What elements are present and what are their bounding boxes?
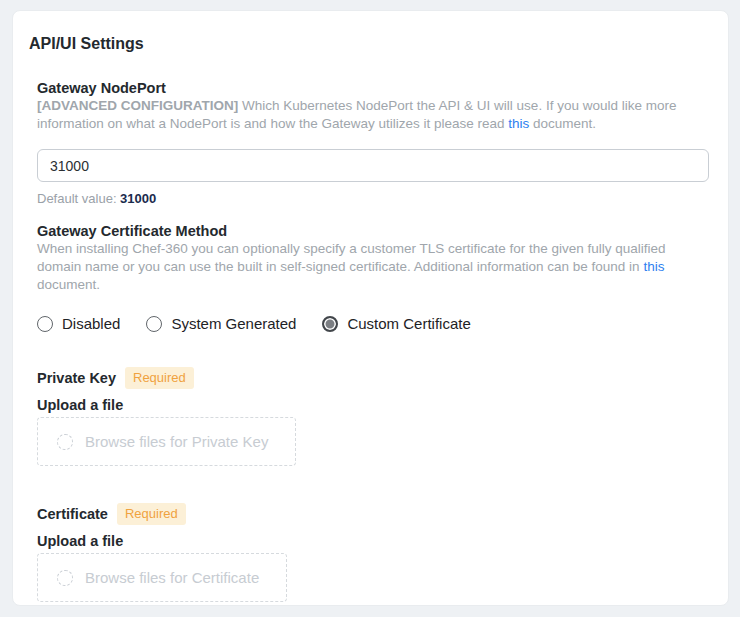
certificate-method-label: Gateway Certificate Method — [37, 222, 707, 240]
default-value-label: Default value: — [37, 191, 120, 206]
browse-button-label: Browse files for Certificate — [85, 569, 259, 586]
upload-a-file-label: Upload a file — [37, 398, 707, 413]
description-text: When installing Chef-360 you can optiona… — [37, 241, 666, 274]
description-text-after: document. — [37, 277, 100, 292]
browse-private-key-button[interactable]: Browse files for Private Key — [37, 417, 296, 466]
required-badge: Required — [125, 367, 194, 389]
gateway-nodeport-input[interactable] — [37, 149, 709, 182]
dashed-circle-icon — [57, 434, 73, 450]
radio-selected-icon[interactable] — [322, 316, 338, 332]
radio-option-label: Disabled — [62, 316, 120, 332]
api-ui-settings-card: API/UI Settings Gateway NodePort [ADVANC… — [12, 10, 729, 606]
browse-button-label: Browse files for Private Key — [85, 433, 268, 450]
radio-unselected-icon[interactable] — [146, 316, 162, 332]
certificate-section: Certificate Required Upload a file Brows… — [37, 503, 707, 602]
settings-content: Gateway NodePort [ADVANCED CONFIGURATION… — [37, 79, 707, 602]
gateway-nodeport-label: Gateway NodePort — [37, 79, 707, 97]
default-value-number: 31000 — [120, 191, 156, 206]
certificate-method-description: When installing Chef-360 you can optiona… — [37, 240, 707, 294]
radio-option-custom-certificate[interactable]: Custom Certificate — [322, 316, 470, 332]
certificate-label-row: Certificate Required — [37, 503, 707, 525]
nodeport-doc-link[interactable]: this — [508, 116, 529, 131]
advanced-configuration-prefix: [ADVANCED CONFIGURATION] — [37, 98, 238, 113]
certificate-doc-link[interactable]: this — [643, 259, 664, 274]
gateway-nodeport-description: [ADVANCED CONFIGURATION] Which Kubernete… — [37, 97, 707, 133]
radio-option-disabled[interactable]: Disabled — [37, 316, 120, 332]
description-text-after: document. — [529, 116, 596, 131]
radio-option-label: Custom Certificate — [347, 316, 470, 332]
required-badge: Required — [117, 503, 186, 525]
private-key-label: Private Key — [37, 370, 116, 386]
private-key-section: Private Key Required Upload a file Brows… — [37, 367, 707, 466]
upload-a-file-label: Upload a file — [37, 534, 707, 549]
certificate-label: Certificate — [37, 506, 108, 522]
default-value-note: Default value: 31000 — [37, 191, 707, 206]
dashed-circle-icon — [57, 570, 73, 586]
page-title: API/UI Settings — [29, 34, 707, 53]
browse-certificate-button[interactable]: Browse files for Certificate — [37, 553, 287, 602]
certificate-method-radio-group: Disabled System Generated Custom Certifi… — [37, 316, 707, 332]
radio-option-label: System Generated — [171, 316, 296, 332]
private-key-label-row: Private Key Required — [37, 367, 707, 389]
radio-unselected-icon[interactable] — [37, 316, 53, 332]
radio-option-system-generated[interactable]: System Generated — [146, 316, 296, 332]
